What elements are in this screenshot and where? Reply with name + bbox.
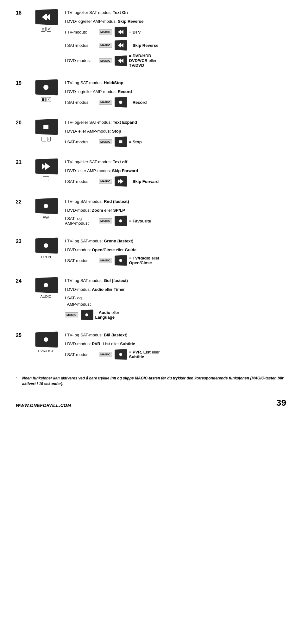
section-number-24: 24 bbox=[16, 278, 27, 284]
section-20: 20 ☰ ↓ I TV- og/eller SAT-modus: Text Ex… bbox=[16, 119, 286, 150]
sat-line-20: I SAT-modus: MAGIC = Stop bbox=[65, 137, 286, 147]
icon-area-20: ☰ ↓ bbox=[30, 119, 62, 141]
icon-area-19: ☰ ✕ bbox=[30, 80, 62, 102]
section-text-23: I TV- og SAT-modus: Grønn (fastext) I DV… bbox=[65, 238, 286, 269]
sub-icon-lines-20: ☰ bbox=[41, 137, 46, 141]
btn-skip-reverse-18 bbox=[35, 9, 58, 25]
line-1-25: I TV- og SAT-modus: Blå (fastext) bbox=[65, 332, 286, 338]
sat-line-18-sat: I SAT-modus: MAGIC = Skip Reverse bbox=[65, 40, 286, 50]
page-number: 39 bbox=[276, 398, 286, 408]
btn-dot-25 bbox=[35, 331, 58, 347]
svg-marker-18 bbox=[46, 163, 50, 170]
svg-marker-21 bbox=[121, 179, 123, 184]
line-3-24: I SAT- og AMP-modus: bbox=[65, 295, 286, 307]
sub-icons-19: ☰ ✕ bbox=[41, 97, 51, 102]
sat-line-21: I SAT-modus: MAGIC = Skip Forward bbox=[65, 176, 286, 186]
svg-marker-0 bbox=[42, 14, 46, 20]
sub-icon-lines: ☰ bbox=[41, 27, 46, 32]
btn-skip-fwd-21 bbox=[35, 158, 58, 174]
section-text-19: I TV- og SAT-modus: Hold/Stop I DVD- og/… bbox=[65, 80, 286, 110]
section-text-20: I TV- og/eller SAT-modus: Text Expand I … bbox=[65, 119, 286, 150]
line-1-20: I TV- og/eller SAT-modus: Text Expand bbox=[65, 119, 286, 126]
sub-icon-rect-21 bbox=[43, 176, 49, 181]
icon-area-23: OPEN bbox=[30, 238, 62, 259]
icon-area-18: ☰ ✕ bbox=[30, 9, 62, 32]
section-text-24: I TV- og SAT-modus: Gul (fastext) I DVD-… bbox=[65, 278, 286, 323]
icon-label-23: OPEN bbox=[41, 255, 51, 259]
line-1-24: I TV- og SAT-modus: Gul (fastext) bbox=[65, 278, 286, 284]
svg-rect-14 bbox=[43, 125, 48, 129]
icon-label-22: FAV bbox=[43, 216, 49, 219]
line-2-22: I DVD-modus: Zoom eller SP/LP bbox=[65, 207, 286, 214]
page-content: 18 ☰ ✕ I TV- og/eller SAT-modus: Text On… bbox=[16, 9, 286, 408]
svg-rect-17 bbox=[45, 163, 46, 170]
icon-area-21 bbox=[30, 159, 62, 181]
sat-line-23: I SAT-modus: MAGIC = TV/Radio ellerOpen/… bbox=[65, 255, 286, 266]
footer-text: Noen funksjoner kan aktiveres ved å bare… bbox=[22, 375, 286, 387]
section-text-25: I TV- og SAT-modus: Blå (fastext) I DVD-… bbox=[65, 332, 286, 363]
section-number-22: 22 bbox=[16, 198, 27, 205]
sub-icons-21 bbox=[43, 176, 49, 181]
sub-icon-lines-19: ☰ bbox=[41, 97, 46, 102]
svg-point-25 bbox=[119, 259, 122, 262]
svg-marker-6 bbox=[118, 43, 120, 47]
section-24: 24 AUDIO I TV- og SAT-modus: Gul (fastex… bbox=[16, 278, 286, 323]
svg-point-29 bbox=[119, 353, 122, 356]
footer-dash: - bbox=[16, 375, 19, 380]
icon-label-25: PVR/LIST bbox=[38, 349, 54, 353]
btn-dot-24 bbox=[35, 277, 58, 293]
icon-label-24: AUDIO bbox=[41, 295, 52, 298]
sat-line-22: I SAT- ogAMP-modus: MAGIC = Favourite bbox=[65, 216, 286, 226]
line-2-24: I DVD-modus: Audio eller Timer bbox=[65, 286, 286, 293]
line-2-21: I DVD- eller AMP-modus: Skip Forward bbox=[65, 168, 286, 174]
sub-icons-20: ☰ ↓ bbox=[41, 137, 51, 141]
section-number-18: 18 bbox=[16, 9, 27, 16]
line-1-21: I TV- og/eller SAT-modus: Text off bbox=[65, 159, 286, 165]
line-1-22: I TV- og SAT-modus: Rød (fastext) bbox=[65, 198, 286, 205]
btn-dot-22 bbox=[35, 198, 58, 214]
sat-line-18-dvd: I DVD-modus: MAGIC = DVD/HDD,DVD/VCR ell… bbox=[65, 53, 286, 68]
svg-point-28 bbox=[44, 337, 48, 342]
line-1-18: I TV- og/eller SAT-modus: Text On bbox=[65, 9, 286, 16]
svg-point-26 bbox=[44, 283, 48, 287]
sat-line-18-tv: I TV-modus: MAGIC = DTV bbox=[65, 27, 286, 37]
section-23: 23 OPEN I TV- og SAT-modus: Grønn (faste… bbox=[16, 238, 286, 269]
sub-icon-down-20: ↓ bbox=[47, 137, 51, 141]
section-text-22: I TV- og SAT-modus: Rød (fastext) I DVD-… bbox=[65, 198, 286, 229]
line-2-23: I DVD-modus: Open/Close eller Guide bbox=[65, 247, 286, 253]
section-19: 19 ☰ ✕ I TV- og SAT-modus: Hold/Stop I D… bbox=[16, 80, 286, 110]
svg-point-12 bbox=[43, 85, 48, 90]
icon-area-25: PVR/LIST bbox=[30, 332, 62, 353]
btn-stop-20 bbox=[35, 119, 58, 135]
website-label: WWW.ONEFORALL.COM bbox=[16, 403, 71, 408]
section-18: 18 ☰ ✕ I TV- og/eller SAT-modus: Text On… bbox=[16, 9, 286, 71]
section-number-19: 19 bbox=[16, 80, 27, 86]
svg-point-23 bbox=[119, 219, 122, 222]
sub-icon-x-19: ✕ bbox=[47, 97, 51, 102]
section-number-20: 20 bbox=[16, 119, 27, 126]
sat-line-19: I SAT-modus: MAGIC = Record bbox=[65, 97, 286, 107]
section-number-25: 25 bbox=[16, 332, 27, 338]
svg-point-22 bbox=[44, 204, 48, 208]
sub-icons-18: ☰ ✕ bbox=[41, 27, 51, 32]
svg-rect-15 bbox=[119, 140, 122, 143]
section-22: 22 FAV I TV- og SAT-modus: Rød (fastext)… bbox=[16, 198, 286, 229]
line-2-20: I DVD- eller AMP-modus: Stop bbox=[65, 128, 286, 134]
sub-icon-x: ✕ bbox=[47, 27, 51, 32]
section-number-21: 21 bbox=[16, 159, 27, 165]
icon-area-22: FAV bbox=[30, 198, 62, 219]
line-1-23: I TV- og SAT-modus: Grønn (fastext) bbox=[65, 238, 286, 244]
svg-marker-9 bbox=[118, 59, 120, 63]
section-text-21: I TV- og/eller SAT-modus: Text off I DVD… bbox=[65, 159, 286, 190]
line-2-25: I DVD-modus: PVR, List eller Subtitle bbox=[65, 341, 286, 347]
icon-area-24: AUDIO bbox=[30, 278, 62, 298]
sat-line-24: MAGIC = Audio ellerLanguage bbox=[65, 310, 286, 320]
svg-point-27 bbox=[85, 313, 88, 316]
section-number-23: 23 bbox=[16, 238, 27, 244]
line-1-19: I TV- og SAT-modus: Hold/Stop bbox=[65, 80, 286, 86]
btn-dot-23 bbox=[35, 237, 58, 253]
sat-line-25: I SAT-modus: MAGIC = PVR, List ellerSubt… bbox=[65, 349, 286, 360]
section-25: 25 PVR/LIST I TV- og SAT-modus: Blå (fas… bbox=[16, 332, 286, 363]
svg-point-24 bbox=[44, 243, 48, 248]
btn-record-19 bbox=[35, 79, 58, 95]
